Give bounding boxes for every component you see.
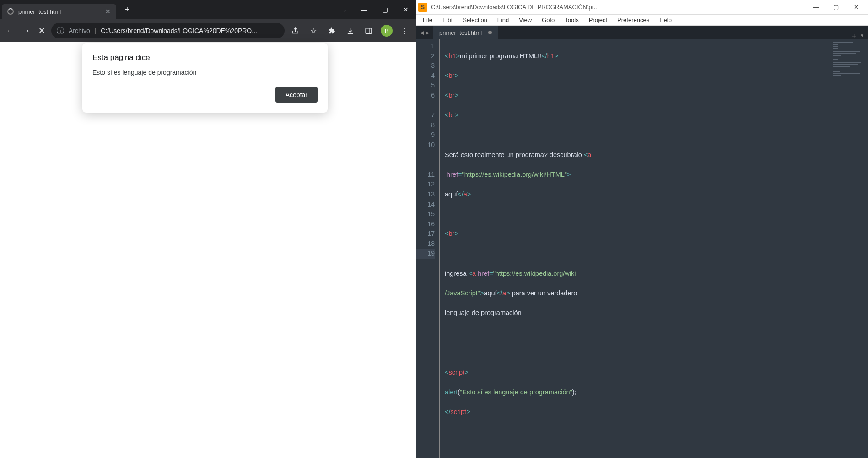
sublime-tab-name: primer_test.html [439,29,482,36]
page-content: Esta página dice Esto sí es lenguaje de … [0,42,416,458]
menu-view[interactable]: View [514,15,536,25]
sublime-menubar: File Edit Selection Find View Goto Tools… [416,15,868,26]
javascript-alert-dialog: Esta página dice Esto sí es lenguaje de … [82,43,328,113]
sublime-logo-icon: S [418,3,427,12]
share-icon[interactable] [287,23,303,38]
menu-icon[interactable]: ⋮ [397,23,413,38]
tab-title: primer_test.html [18,8,101,15]
code-content[interactable]: <h1>mi primer programa HTML!!</h1> <br> … [440,39,831,458]
sublime-file-tab[interactable]: primer_test.html [433,26,498,39]
address-bar[interactable]: i Archivo | C:/Users/brend/Downloads/LOG… [51,23,285,38]
stop-reload-button[interactable]: ✕ [35,23,49,38]
menu-find[interactable]: Find [493,15,513,25]
unsaved-indicator-icon [488,31,492,34]
sublime-tab-row: ◀ ▶ primer_test.html + ▼ [416,26,868,39]
browser-tab[interactable]: primer_test.html ✕ [2,4,116,19]
sublime-window: S C:\Users\brend\Downloads\LOGICA DE PRO… [416,0,868,458]
editor-area[interactable]: 1 2 3 4 5 6 7 8 9 10 11 12 13 14 15 16 1… [416,39,868,458]
tab-nav-right-icon[interactable]: ▶ [426,30,429,36]
line-gutter: 1 2 3 4 5 6 7 8 9 10 11 12 13 14 15 16 1… [416,39,440,458]
minimap[interactable] [831,39,868,458]
dialog-title: Esta página dice [92,53,318,62]
bookmark-icon[interactable]: ☆ [306,23,321,38]
site-info-icon[interactable]: i [57,27,64,34]
accept-button[interactable]: Aceptar [275,87,318,103]
sublime-close-button[interactable]: ✕ [846,0,866,15]
menu-help[interactable]: Help [655,15,676,25]
browser-window: primer_test.html ✕ + ⌄ ― ▢ ✕ ← → ✕ i Arc… [0,0,416,458]
profile-avatar[interactable]: B [379,23,394,38]
dialog-message: Esto sí es lenguaje de programación [92,69,318,76]
menu-file[interactable]: File [418,15,437,25]
menu-selection[interactable]: Selection [458,15,491,25]
browser-window-controls: ⌄ ― ▢ ✕ [337,0,416,19]
minimize-button[interactable]: ― [353,0,374,19]
new-file-icon[interactable]: + [852,32,856,39]
svg-rect-0 [366,28,372,33]
sublime-titlebar: S C:\Users\brend\Downloads\LOGICA DE PRO… [416,0,868,15]
tab-strip: primer_test.html ✕ + ⌄ ― ▢ ✕ [0,0,416,19]
menu-preferences[interactable]: Preferences [613,15,654,25]
maximize-button[interactable]: ▢ [374,0,395,19]
forward-button[interactable]: → [20,23,33,38]
downloads-icon[interactable] [342,23,358,38]
tab-nav-left-icon[interactable]: ◀ [420,30,424,36]
tab-dropdown-icon[interactable]: ▼ [860,33,864,38]
menu-project[interactable]: Project [584,15,612,25]
back-button[interactable]: ← [4,23,17,38]
sublime-minimize-button[interactable]: ― [806,0,826,15]
close-window-button[interactable]: ✕ [395,0,416,19]
tab-search-icon[interactable]: ⌄ [337,6,353,13]
menu-tools[interactable]: Tools [560,15,583,25]
extensions-icon[interactable] [324,23,340,38]
close-tab-icon[interactable]: ✕ [105,8,111,15]
loading-spinner-icon [7,8,14,15]
address-path: C:/Users/brend/Downloads/LOGICA%20DE%20P… [101,27,279,34]
menu-edit[interactable]: Edit [438,15,457,25]
menu-goto[interactable]: Goto [537,15,559,25]
sublime-maximize-button[interactable]: ▢ [826,0,846,15]
address-protocol: Archivo [69,27,90,34]
side-panel-icon[interactable] [361,23,376,38]
sublime-window-title: C:\Users\brend\Downloads\LOGICA DE PROGR… [431,4,802,11]
new-tab-button[interactable]: + [121,3,134,16]
browser-toolbar: ← → ✕ i Archivo | C:/Users/brend/Downloa… [0,19,416,42]
